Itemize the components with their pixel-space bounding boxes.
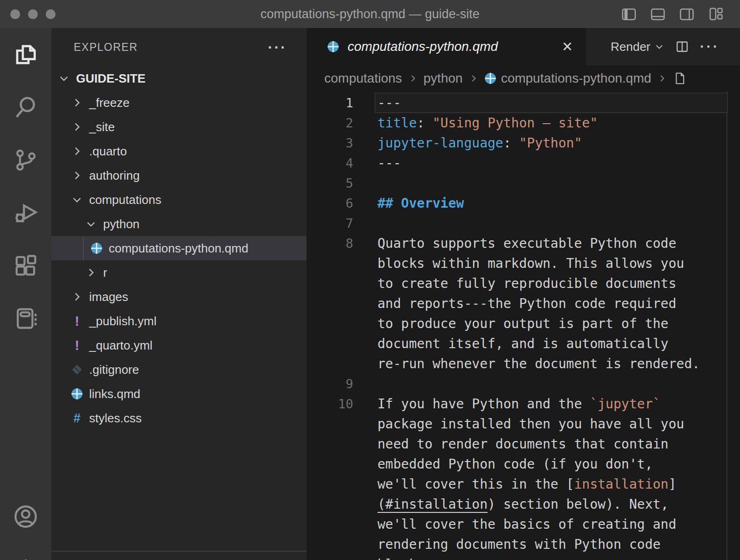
toggle-panel-icon[interactable] xyxy=(649,6,666,22)
tree-item-_publish.yml[interactable]: !_publish.yml xyxy=(51,309,307,333)
code-line[interactable]: 7 xyxy=(307,213,740,233)
code-line[interactable]: 8Quarto supports executable Python code xyxy=(307,233,740,253)
chevron-right-icon xyxy=(71,145,83,157)
run-and-debug-icon[interactable] xyxy=(0,186,51,239)
line-content: to create fully reproducible documents xyxy=(377,273,677,294)
tree-item-authoring[interactable]: authoring xyxy=(51,163,307,188)
vscode-window: computations-python.qmd — guide-site xyxy=(0,0,740,560)
code-line[interactable]: to produce your output is part of the xyxy=(307,314,740,334)
chevron-right-icon xyxy=(71,169,83,182)
render-button[interactable]: Render xyxy=(611,40,664,54)
breadcrumb-computations-python.qmd[interactable]: computations-python.qmd xyxy=(484,71,651,86)
tab-computations-python[interactable]: computations-python.qmd ✕ xyxy=(307,28,586,65)
tree-item-_freeze[interactable]: _freeze xyxy=(51,91,307,115)
account-icon[interactable] xyxy=(0,503,51,530)
code-line[interactable]: 6## Overview xyxy=(307,193,740,213)
outline-header[interactable]: OUTLINE xyxy=(51,553,307,560)
chevron-down-icon xyxy=(654,42,664,52)
extensions-icon[interactable] xyxy=(0,239,51,292)
line-number: 6 xyxy=(307,193,353,213)
breadcrumb-separator-icon xyxy=(468,73,479,84)
tree-item-styles.css[interactable]: #styles.css xyxy=(51,406,307,430)
code-line[interactable]: we'll cover the basics of creating and xyxy=(307,514,740,534)
tree-item-label: GUIDE-SITE xyxy=(76,71,146,86)
code-line[interactable]: 4--- xyxy=(307,153,740,173)
code-line[interactable]: 9 xyxy=(307,374,740,394)
code-line[interactable]: 3jupyter-language: "Python" xyxy=(307,133,740,153)
code-line[interactable]: (#installation) section below). Next, xyxy=(307,494,740,514)
tree-item-label: python xyxy=(103,217,140,231)
tree-item-python[interactable]: python xyxy=(51,212,307,236)
code-line[interactable]: embedded Python code (if you don't, xyxy=(307,454,740,474)
tree-item-computations[interactable]: computations xyxy=(51,188,307,212)
window-controls xyxy=(0,9,56,19)
line-content: blocks. xyxy=(377,554,433,560)
line-number xyxy=(307,294,353,314)
line-number: 2 xyxy=(307,113,353,133)
tree-item-links.qmd[interactable]: links.qmd xyxy=(51,382,307,406)
code-line[interactable]: 10If you have Python and the `jupyter` xyxy=(307,394,740,414)
editor-group: computations-python.qmd ✕ Render xyxy=(307,28,740,560)
code-line[interactable]: package installed then you have all you xyxy=(307,414,740,434)
tree-item-images[interactable]: images xyxy=(51,285,307,309)
tree-item-label: _freeze xyxy=(89,96,130,110)
tree-item-label: links.qmd xyxy=(89,387,140,401)
code-line[interactable]: 2title: "Using Python — site" xyxy=(307,113,740,133)
code-line[interactable]: and reports---the Python code required xyxy=(307,294,740,314)
settings-gear-icon[interactable] xyxy=(0,556,51,560)
breadcrumb-label: computations xyxy=(324,71,402,86)
code-line[interactable]: blocks within markdown. This allows you xyxy=(307,253,740,273)
code-area[interactable]: 1---2title: "Using Python — site"3jupyte… xyxy=(307,91,740,560)
customize-layout-icon[interactable] xyxy=(707,6,724,22)
quarto-icon xyxy=(327,41,339,53)
code-line[interactable]: blocks. xyxy=(307,554,740,560)
line-number xyxy=(307,314,353,334)
minimize-button[interactable] xyxy=(28,9,38,19)
code-line[interactable]: rendering documents with Python code xyxy=(307,534,740,554)
explorer-icon[interactable] xyxy=(0,28,51,81)
code-line[interactable]: need to render documents that contain xyxy=(307,434,740,454)
tree-item-.quarto[interactable]: .quarto xyxy=(51,139,307,163)
breadcrumb-file[interactable] xyxy=(673,71,687,85)
code-line[interactable]: 5 xyxy=(307,173,740,193)
close-tab-icon[interactable]: ✕ xyxy=(562,39,573,55)
line-content: --- xyxy=(377,93,401,113)
code-lines: 1---2title: "Using Python — site"3jupyte… xyxy=(307,93,740,560)
code-line[interactable]: we'll cover this in the [installation] xyxy=(307,474,740,494)
tree-item-.gitignore[interactable]: .gitignore xyxy=(51,357,307,382)
source-control-icon[interactable] xyxy=(0,133,51,186)
code-line[interactable]: to create fully reproducible documents xyxy=(307,273,740,294)
line-content: jupyter-language: "Python" xyxy=(377,133,582,153)
tree-section-header[interactable]: GUIDE-SITE xyxy=(51,66,307,91)
editor-more-icon[interactable]: ··· xyxy=(700,39,719,55)
chevron-down-icon xyxy=(85,218,97,230)
breadcrumb-python[interactable]: python xyxy=(424,71,463,86)
yaml-icon: ! xyxy=(71,338,83,353)
line-number: 9 xyxy=(307,374,353,394)
code-line[interactable]: document itself, and is automatically xyxy=(307,334,740,354)
close-button[interactable] xyxy=(10,9,20,19)
tree-item-_site[interactable]: _site xyxy=(51,115,307,139)
tree-item-r[interactable]: r xyxy=(51,260,307,285)
line-number: 10 xyxy=(307,394,353,414)
line-content: (#installation) section below). Next, xyxy=(377,494,669,514)
search-icon[interactable] xyxy=(0,81,51,133)
tree-item-label: r xyxy=(103,266,107,280)
toggle-primary-sidebar-icon[interactable] xyxy=(621,6,637,22)
tree-item-label: _quarto.yml xyxy=(89,338,153,353)
chevron-right-icon xyxy=(71,121,83,133)
toggle-secondary-sidebar-icon[interactable] xyxy=(678,6,695,22)
code-line[interactable]: re-run whenever the document is rendered… xyxy=(307,354,740,374)
file-tree: GUIDE-SITE_freeze_site.quartoauthoringco… xyxy=(51,66,307,430)
split-editor-icon[interactable] xyxy=(675,39,690,54)
tree-item-computations-python.qmd[interactable]: computations-python.qmd xyxy=(51,236,307,260)
breadcrumb-computations[interactable]: computations xyxy=(324,71,402,86)
explorer-sidebar: EXPLORER ··· GUIDE-SITE_freeze_site.quar… xyxy=(51,28,307,560)
explorer-more-icon[interactable]: ··· xyxy=(268,39,287,56)
tree-item-_quarto.yml[interactable]: !_quarto.yml xyxy=(51,333,307,357)
line-number xyxy=(307,334,353,354)
notebook-icon[interactable] xyxy=(0,292,51,344)
code-line[interactable]: 1--- xyxy=(307,93,740,113)
titlebar: computations-python.qmd — guide-site xyxy=(0,0,740,28)
zoom-button[interactable] xyxy=(46,9,56,19)
